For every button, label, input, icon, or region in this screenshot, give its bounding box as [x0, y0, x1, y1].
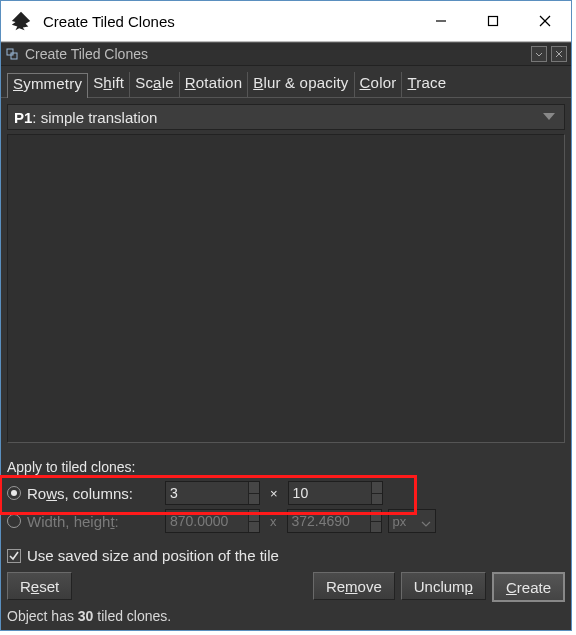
height-value: 372.4690: [288, 510, 370, 532]
dock-title: Create Tiled Clones: [25, 46, 148, 62]
rows-stepper[interactable]: [248, 482, 259, 504]
use-saved-row: Use saved size and position of the tile: [1, 541, 571, 572]
svg-rect-1: [489, 17, 498, 26]
use-saved-checkbox[interactable]: [7, 549, 21, 563]
tab-shift[interactable]: Shift: [88, 72, 130, 97]
window-titlebar: Create Tiled Clones: [1, 1, 571, 42]
tab-scale[interactable]: Scale: [130, 72, 180, 97]
option-width-height: Width, height: 870.0000 x 372.4690 px: [7, 507, 565, 535]
radio-rows-columns[interactable]: [7, 486, 21, 500]
status-prefix: Object has: [7, 608, 78, 624]
symmetry-group-select[interactable]: P1: simple translation: [7, 104, 565, 130]
width-height-label: Width, height:: [27, 513, 159, 530]
tab-bar: Symmetry Shift Scale Rotation Blur & opa…: [1, 66, 571, 98]
height-stepper: [370, 510, 381, 532]
remove-button[interactable]: Remove: [313, 572, 395, 600]
svg-rect-4: [7, 49, 13, 55]
height-input: 372.4690: [287, 509, 382, 533]
chevron-down-icon: [421, 513, 435, 530]
cols-value[interactable]: 10: [289, 482, 371, 504]
cols-input[interactable]: 10: [288, 481, 383, 505]
rows-input[interactable]: 3: [165, 481, 260, 505]
tab-rotation[interactable]: Rotation: [180, 72, 248, 97]
symmetry-group-label: : simple translation: [32, 109, 157, 126]
width-height-multiply: x: [266, 514, 281, 529]
status-bar: Object has 30 tiled clones.: [1, 606, 571, 630]
status-suffix: tiled clones.: [93, 608, 171, 624]
rows-cols-multiply: ×: [266, 486, 282, 501]
tab-blur-opacity[interactable]: Blur & opacity: [248, 72, 354, 97]
symmetry-preview-area: [7, 134, 565, 443]
dialog-clones-icon: [5, 47, 19, 61]
rows-columns-label: Rows, columns:: [27, 485, 159, 502]
radio-width-height[interactable]: [7, 514, 21, 528]
window-title: Create Tiled Clones: [43, 13, 415, 30]
cols-stepper[interactable]: [371, 482, 382, 504]
maximize-button[interactable]: [467, 1, 519, 41]
unit-select: px: [388, 509, 436, 533]
tab-content: P1: simple translation: [7, 104, 565, 443]
dock-iconify-button[interactable]: [531, 46, 547, 62]
tab-symmetry[interactable]: Symmetry: [7, 73, 88, 98]
minimize-button[interactable]: [415, 1, 467, 41]
create-button[interactable]: Create: [492, 572, 565, 602]
button-bar: Reset Remove Unclump Create: [1, 572, 571, 606]
width-input: 870.0000: [165, 509, 260, 533]
dock-close-button[interactable]: [551, 46, 567, 62]
unit-value: px: [389, 514, 421, 529]
reset-button[interactable]: Reset: [7, 572, 72, 600]
chevron-down-icon: [540, 113, 558, 121]
symmetry-group-code: P1: [14, 109, 32, 126]
unclump-button[interactable]: Unclump: [401, 572, 486, 600]
dock-header: Create Tiled Clones: [1, 42, 571, 66]
apply-heading: Apply to tiled clones:: [1, 449, 571, 479]
apply-options: Rows, columns: 3 × 10 Width, height: 870…: [1, 479, 571, 541]
tiled-clones-window: Create Tiled Clones Create Tiled Clones: [0, 0, 572, 631]
rows-value[interactable]: 3: [166, 482, 248, 504]
width-value: 870.0000: [166, 510, 248, 532]
inkscape-app-icon: [9, 9, 33, 33]
tab-color[interactable]: Color: [355, 72, 403, 97]
status-count: 30: [78, 608, 94, 624]
option-rows-columns: Rows, columns: 3 × 10: [7, 479, 565, 507]
svg-rect-5: [11, 53, 17, 59]
close-button[interactable]: [519, 1, 571, 41]
svg-marker-8: [543, 113, 555, 120]
tab-trace[interactable]: Trace: [402, 72, 451, 97]
width-stepper: [248, 510, 259, 532]
use-saved-label: Use saved size and position of the tile: [27, 547, 279, 564]
window-buttons: [415, 1, 571, 41]
